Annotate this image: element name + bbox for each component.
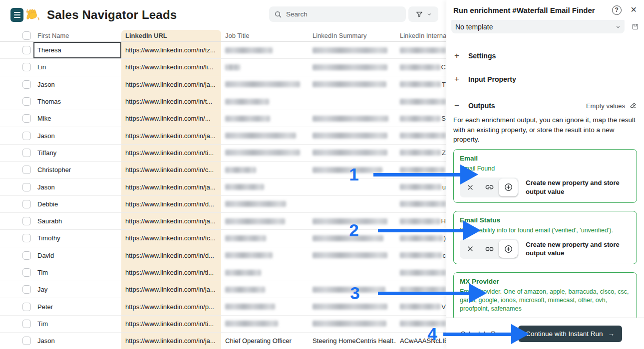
section-toggle-icon[interactable]: − <box>453 101 460 111</box>
row-checkbox[interactable] <box>22 46 31 54</box>
empty-values-button[interactable]: Empty values <box>586 102 637 110</box>
linkedin-url-cell[interactable]: https://www.linkedin.com/in/d... <box>121 196 221 212</box>
job-title-cell[interactable] <box>221 76 309 93</box>
template-select[interactable]: No template <box>451 20 625 33</box>
linkedin-internal-id-cell[interactable] <box>396 264 446 281</box>
linkedin-summary-cell[interactable] <box>309 42 396 58</box>
first-name-cell[interactable]: Mike <box>33 110 121 127</box>
linkedin-url-cell[interactable]: https://www.linkedin.com/in/ja... <box>121 281 221 298</box>
linkedin-internal-id-cell[interactable]: S <box>396 110 446 127</box>
first-name-cell[interactable]: Tim <box>33 316 121 332</box>
first-name-cell[interactable]: Peter <box>33 298 121 315</box>
ignore-output-button[interactable] <box>461 240 480 258</box>
linkedin-url-cell[interactable]: https://www.linkedin.com/in/ja... <box>121 333 221 349</box>
linkedin-internal-id-cell[interactable]: C <box>396 59 446 75</box>
linkedin-url-cell[interactable]: https://www.linkedin.com/in/ja... <box>121 213 221 229</box>
job-title-cell[interactable] <box>221 178 309 195</box>
row-checkbox[interactable] <box>22 268 31 277</box>
linkedin-summary-cell[interactable] <box>309 162 396 178</box>
create-new-property-button[interactable] <box>499 178 518 196</box>
first-name-cell[interactable]: David <box>33 247 121 264</box>
job-title-cell[interactable] <box>221 281 309 298</box>
linkedin-internal-id-cell[interactable]: c <box>396 247 446 264</box>
job-title-cell[interactable] <box>221 264 309 281</box>
job-title-cell[interactable] <box>221 93 309 110</box>
first-name-cell[interactable]: Jay <box>33 281 121 298</box>
create-new-property-button[interactable] <box>499 240 518 258</box>
first-name-cell[interactable]: Christopher <box>33 162 121 178</box>
first-name-cell[interactable]: Debbie <box>33 196 121 212</box>
first-name-cell[interactable]: Lin <box>33 59 121 75</box>
map-existing-property-button[interactable] <box>480 240 499 258</box>
linkedin-url-cell[interactable]: https://www.linkedin.com/in/ti... <box>121 145 221 161</box>
row-checkbox[interactable] <box>22 200 31 208</box>
linkedin-url-cell[interactable]: https://www.linkedin.com/in/ja... <box>121 76 221 93</box>
linkedin-internal-id-cell[interactable]: ACwAAASNcLIBrQ <box>396 333 446 349</box>
linkedin-internal-id-cell[interactable] <box>396 93 446 110</box>
linkedin-summary-cell[interactable] <box>309 59 396 75</box>
linkedin-internal-id-cell[interactable]: H <box>396 213 446 229</box>
linkedin-summary-cell[interactable] <box>309 298 396 315</box>
linkedin-internal-id-cell[interactable]: ) <box>396 230 446 246</box>
linkedin-internal-id-cell[interactable] <box>396 162 446 178</box>
first-name-cell[interactable]: Tim <box>33 264 121 281</box>
filter-button[interactable] <box>408 6 438 22</box>
section-toggle-icon[interactable]: + <box>453 74 460 84</box>
linkedin-summary-cell[interactable] <box>309 196 396 212</box>
help-icon[interactable]: ? <box>612 5 622 15</box>
row-checkbox[interactable] <box>22 285 31 294</box>
job-title-cell[interactable] <box>221 213 309 229</box>
linkedin-url-cell[interactable]: https://www.linkedin.com/in/tc... <box>121 230 221 246</box>
linkedin-summary-cell[interactable] <box>309 178 396 195</box>
linkedin-url-cell[interactable]: https://www.linkedin.com/in/tz... <box>121 42 221 58</box>
column-header-first-name[interactable]: First Name <box>33 30 121 41</box>
column-header-job-title[interactable]: Job Title <box>221 30 309 41</box>
linkedin-summary-cell[interactable] <box>309 76 396 93</box>
first-name-cell[interactable]: Theresa <box>33 42 121 58</box>
row-checkbox[interactable] <box>22 132 31 140</box>
linkedin-url-cell[interactable]: https://www.linkedin.com/in/ja... <box>121 127 221 144</box>
job-title-cell[interactable] <box>221 110 309 127</box>
row-checkbox[interactable] <box>22 97 31 106</box>
menu-button[interactable] <box>10 8 23 22</box>
column-header-linkedin-summary[interactable]: LinkedIn Summary <box>309 30 396 41</box>
linkedin-url-cell[interactable]: https://www.linkedin.com/in/p... <box>121 298 221 315</box>
linkedin-internal-id-cell[interactable] <box>396 281 446 298</box>
ignore-output-button[interactable] <box>461 178 480 196</box>
continue-instant-run-button[interactable]: Continue with Instant Run → <box>518 326 622 342</box>
first-name-cell[interactable]: Jason <box>33 76 121 93</box>
linkedin-url-cell[interactable]: https://www.linkedin.com/in/ti... <box>121 264 221 281</box>
row-checkbox[interactable] <box>22 80 31 89</box>
linkedin-summary-cell[interactable]: Steering HomeCentris Healt... <box>309 333 396 349</box>
linkedin-summary-cell[interactable] <box>309 127 396 144</box>
linkedin-internal-id-cell[interactable] <box>396 127 446 144</box>
job-title-cell[interactable] <box>221 298 309 315</box>
linkedin-summary-cell[interactable] <box>309 264 396 281</box>
first-name-cell[interactable]: Thomas <box>33 93 121 110</box>
job-title-cell[interactable]: Chief Operating Officer <box>221 333 309 349</box>
linkedin-internal-id-cell[interactable] <box>396 196 446 212</box>
linkedin-summary-cell[interactable] <box>309 93 396 110</box>
job-title-cell[interactable] <box>221 196 309 212</box>
row-checkbox[interactable] <box>22 183 31 191</box>
job-title-cell[interactable] <box>221 42 309 58</box>
job-title-cell[interactable] <box>221 247 309 264</box>
section-label[interactable]: Settings <box>468 52 637 60</box>
first-name-cell[interactable]: Tiffany <box>33 145 121 161</box>
linkedin-url-cell[interactable]: https://www.linkedin.com/in/li... <box>121 59 221 75</box>
first-name-cell[interactable]: Jason <box>33 178 121 195</box>
linkedin-summary-cell[interactable] <box>309 281 396 298</box>
linkedin-internal-id-cell[interactable]: V <box>396 298 446 315</box>
row-checkbox[interactable] <box>22 63 31 71</box>
linkedin-internal-id-cell[interactable] <box>396 42 446 58</box>
search-input[interactable]: Search <box>269 6 406 22</box>
linkedin-internal-id-cell[interactable] <box>396 316 446 332</box>
row-checkbox[interactable] <box>22 303 31 311</box>
linkedin-url-cell[interactable]: https://www.linkedin.com/in/t... <box>121 93 221 110</box>
row-checkbox[interactable] <box>22 217 31 225</box>
first-name-cell[interactable]: Timothy <box>33 230 121 246</box>
job-title-cell[interactable] <box>221 316 309 332</box>
linkedin-summary-cell[interactable] <box>309 230 396 246</box>
row-checkbox[interactable] <box>22 149 31 157</box>
linkedin-summary-cell[interactable] <box>309 213 396 229</box>
